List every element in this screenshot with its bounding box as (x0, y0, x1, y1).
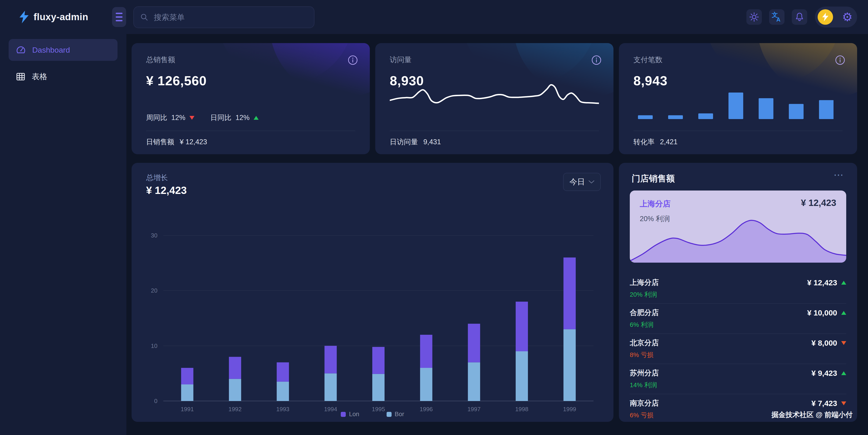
trend-arrow-icon (841, 281, 846, 285)
divider (390, 131, 599, 131)
stat-card-visits: 访问量 8,930 日访问量 9,431 (375, 43, 614, 154)
user-menu[interactable]: ⚙ (815, 7, 857, 27)
legend-item-bor[interactable]: Bor (386, 411, 404, 418)
decorative-circle (270, 43, 370, 97)
sidebar: Dashboard 表格 (0, 34, 126, 435)
main-content: 总销售额 ¥ 126,560 周同比 12% 日同比 12% 日销售额 (126, 34, 868, 435)
store-note: 20% 利润 (630, 290, 657, 299)
store-value: ¥ 12,423 (807, 278, 846, 287)
store-name: 合肥分店 (630, 308, 659, 318)
info-icon[interactable] (835, 55, 845, 65)
svg-text:A: A (776, 16, 780, 23)
chart-legend: Lon Bor (132, 411, 614, 418)
store-row[interactable]: 合肥分店 ¥ 10,000 6% 利润 (630, 304, 846, 334)
stat-card-footer: 日销售额 ¥ 12,423 (146, 137, 207, 147)
svg-text:30: 30 (151, 232, 157, 239)
store-value: ¥ 8,000 (811, 339, 846, 347)
featured-store-card[interactable]: 上海分店 ¥ 12,423 20% 利润 (630, 190, 846, 262)
featured-store-value: ¥ 12,423 (801, 198, 836, 208)
theme-sun-icon (749, 12, 759, 22)
app-title: fluxy-admin (34, 11, 88, 23)
info-icon[interactable] (591, 55, 602, 65)
trend-arrow-icon (254, 116, 259, 120)
store-note: 8% 亏损 (630, 351, 653, 359)
decorative-circle (705, 43, 841, 84)
sidebar-item-dashboard[interactable]: Dashboard (9, 39, 118, 61)
growth-value: ¥ 12,423 (146, 184, 187, 196)
store-list: 上海分店 ¥ 12,423 20% 利润 合肥分店 ¥ 10,000 (630, 274, 846, 422)
search-icon (140, 13, 149, 22)
translate-icon: 文 A (771, 11, 782, 23)
trend-arrow-icon (841, 371, 846, 375)
store-name: 苏州分店 (630, 368, 659, 378)
dashboard-gauge-icon (16, 44, 26, 55)
gear-icon[interactable]: ⚙ (842, 11, 852, 23)
store-sales-panel: 门店销售额 ⋯ 上海分店 ¥ 12,423 20% 利润 上海分店 ¥ 12,4… (619, 163, 857, 422)
trend-day: 日同比 12% (210, 113, 259, 122)
watermark: 掘金技术社区 @ 前端小付 (772, 410, 852, 420)
stat-card-payments: 支付笔数 8,943 转化率 2,421 (619, 43, 857, 154)
store-value: ¥ 10,000 (807, 308, 846, 317)
lightning-avatar-icon (822, 12, 829, 22)
svg-text:0: 0 (154, 398, 157, 404)
trend-week: 周同比 12% (146, 113, 194, 122)
growth-chart-card: 总增长 ¥ 12,423 今日 010203019911992199319941… (132, 163, 614, 422)
menu-toggle-button[interactable] (112, 7, 126, 27)
translate-button[interactable]: 文 A (769, 9, 784, 25)
theme-toggle-button[interactable] (746, 9, 762, 25)
trend-arrow-icon (841, 401, 846, 405)
search-input[interactable] (153, 13, 308, 22)
panel-title: 门店销售额 (631, 173, 675, 184)
stat-card-footer: 转化率 2,421 (633, 137, 678, 147)
decorative-circle (757, 43, 857, 97)
svg-text:10: 10 (151, 342, 157, 349)
legend-item-lon[interactable]: Lon (341, 411, 359, 418)
growth-title: 总增长 (146, 173, 168, 183)
sidebar-item-table[interactable]: 表格 (9, 67, 118, 86)
svg-text:20: 20 (151, 287, 157, 294)
legend-swatch (341, 412, 346, 417)
stat-card-title: 支付笔数 (633, 55, 662, 65)
trend-arrow-icon (841, 311, 846, 315)
sidebar-item-label: Dashboard (32, 45, 70, 55)
bell-icon (795, 12, 804, 22)
divider (146, 131, 355, 131)
store-row[interactable]: 上海分店 ¥ 12,423 20% 利润 (630, 274, 846, 304)
trend-arrow-icon (189, 116, 194, 120)
trends-row: 周同比 12% 日同比 12% (146, 113, 259, 122)
ellipsis-menu-icon[interactable]: ⋯ (832, 169, 846, 181)
divider (633, 131, 843, 131)
store-value: ¥ 9,423 (811, 369, 846, 378)
store-name: 南京分店 (630, 398, 659, 408)
time-range-dropdown[interactable]: 今日 (563, 173, 601, 191)
store-row[interactable]: 苏州分店 ¥ 9,423 14% 利润 (630, 364, 846, 394)
store-row[interactable]: 北京分店 ¥ 8,000 8% 亏损 (630, 334, 846, 364)
search-bar[interactable] (133, 6, 314, 28)
chevron-down-icon (589, 180, 594, 184)
store-name: 北京分店 (630, 338, 659, 348)
trend-arrow-icon (841, 341, 846, 345)
menu-icon (116, 13, 123, 14)
lightning-logo-icon (19, 11, 29, 23)
visits-sparkline-chart (390, 77, 599, 106)
payments-minibar-chart (638, 90, 834, 119)
info-icon[interactable] (347, 55, 358, 65)
stat-card-footer: 日访问量 9,431 (390, 137, 441, 147)
store-note: 14% 利润 (630, 381, 657, 390)
growth-stacked-bar-chart: 0102030199119921993199419951996199719981… (143, 206, 596, 417)
notifications-button[interactable] (792, 9, 807, 25)
table-grid-icon (16, 71, 26, 82)
stat-card-value: ¥ 126,560 (146, 73, 207, 88)
stat-card-title: 访问量 (390, 55, 411, 65)
stat-card-value: 8,943 (633, 73, 668, 88)
featured-store-name: 上海分店 (640, 199, 671, 209)
store-name: 上海分店 (630, 278, 659, 287)
sidebar-item-label: 表格 (32, 71, 47, 82)
decorative-circle (217, 43, 353, 84)
stat-card-title: 总销售额 (146, 55, 175, 65)
legend-swatch (386, 412, 392, 417)
avatar[interactable] (818, 9, 833, 25)
stat-card-total-sales: 总销售额 ¥ 126,560 周同比 12% 日同比 12% 日销售额 (132, 43, 370, 154)
store-note: 6% 亏损 (630, 411, 653, 420)
app-logo: fluxy-admin (19, 0, 88, 34)
